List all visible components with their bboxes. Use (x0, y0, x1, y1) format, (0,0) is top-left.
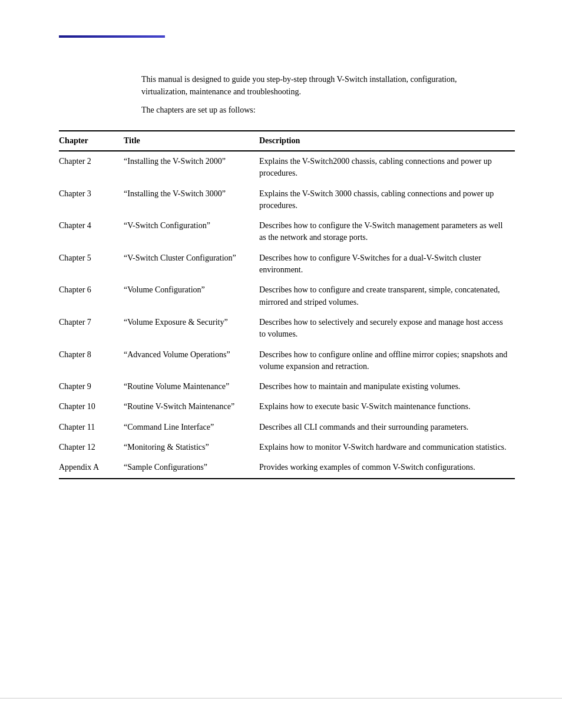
cell-title: “Routine V-Switch Maintenance” (124, 397, 259, 417)
table-row: Chapter 7“Volume Exposure & Security”Des… (59, 312, 515, 345)
table-row: Appendix A“Sample Configurations”Provide… (59, 457, 515, 478)
cell-title: “Volume Exposure & Security” (124, 312, 259, 345)
cell-title: “V-Switch Cluster Configuration” (124, 248, 259, 281)
table-row: Chapter 8“Advanced Volume Operations”Des… (59, 345, 515, 377)
col-header-description: Description (259, 131, 515, 151)
cell-title: “Installing the V-Switch 2000” (124, 151, 259, 184)
cell-chapter: Chapter 8 (59, 345, 124, 377)
table-row: Chapter 4“V-Switch Configuration”Describ… (59, 216, 515, 248)
cell-description: Describes how to configure V-Switches fo… (259, 248, 515, 281)
intro-paragraph-2: The chapters are set up as follows: (141, 104, 471, 116)
table-row: Chapter 5“V-Switch Cluster Configuration… (59, 248, 515, 281)
cell-description: Describes how to configure and create tr… (259, 280, 515, 312)
cell-chapter: Chapter 2 (59, 151, 124, 184)
cell-description: Explains the V-Switch 3000 chassis, cabl… (259, 184, 515, 216)
cell-title: “V-Switch Configuration” (124, 216, 259, 248)
cell-description: Describes how to configure the V-Switch … (259, 216, 515, 248)
cell-chapter: Chapter 3 (59, 184, 124, 216)
cell-chapter: Chapter 10 (59, 397, 124, 417)
table-row: Chapter 2“Installing the V-Switch 2000”E… (59, 151, 515, 184)
page-container: This manual is designed to guide you ste… (0, 0, 562, 728)
footer-line (0, 698, 562, 699)
col-header-chapter: Chapter (59, 131, 124, 151)
cell-chapter: Chapter 12 (59, 437, 124, 457)
cell-chapter: Chapter 7 (59, 312, 124, 345)
intro-paragraph-1: This manual is designed to guide you ste… (141, 73, 471, 98)
cell-title: “Command Line Interface” (124, 417, 259, 437)
chapters-table: Chapter Title Description Chapter 2“Inst… (59, 130, 515, 479)
table-row: Chapter 6“Volume Configuration”Describes… (59, 280, 515, 312)
cell-chapter: Chapter 5 (59, 248, 124, 281)
cell-title: “Sample Configurations” (124, 457, 259, 478)
cell-chapter: Chapter 6 (59, 280, 124, 312)
cell-title: “Volume Configuration” (124, 280, 259, 312)
table-header-row: Chapter Title Description (59, 131, 515, 151)
table-row: Chapter 11“Command Line Interface”Descri… (59, 417, 515, 437)
table-row: Chapter 12“Monitoring & Statistics”Expla… (59, 437, 515, 457)
cell-description: Explains the V-Switch2000 chassis, cabli… (259, 151, 515, 184)
cell-title: “Routine Volume Maintenance” (124, 377, 259, 397)
cell-description: Describes all CLI commands and their sur… (259, 417, 515, 437)
header-decoration (59, 35, 165, 38)
col-header-title: Title (124, 131, 259, 151)
cell-chapter: Chapter 4 (59, 216, 124, 248)
cell-description: Provides working examples of common V-Sw… (259, 457, 515, 478)
table-row: Chapter 9“Routine Volume Maintenance”Des… (59, 377, 515, 397)
cell-description: Explains how to execute basic V-Switch m… (259, 397, 515, 417)
cell-description: Describes how to maintain and manipulate… (259, 377, 515, 397)
table-row: Chapter 10“Routine V-Switch Maintenance”… (59, 397, 515, 417)
cell-title: “Advanced Volume Operations” (124, 345, 259, 377)
cell-title: “Monitoring & Statistics” (124, 437, 259, 457)
cell-title: “Installing the V-Switch 3000” (124, 184, 259, 216)
table-row: Chapter 3“Installing the V-Switch 3000”E… (59, 184, 515, 216)
cell-description: Describes how to selectively and securel… (259, 312, 515, 345)
cell-description: Describes how to configure online and of… (259, 345, 515, 377)
intro-section: This manual is designed to guide you ste… (141, 73, 471, 116)
cell-chapter: Chapter 9 (59, 377, 124, 397)
cell-chapter: Appendix A (59, 457, 124, 478)
cell-chapter: Chapter 11 (59, 417, 124, 437)
cell-description: Explains how to monitor V-Switch hardwar… (259, 437, 515, 457)
